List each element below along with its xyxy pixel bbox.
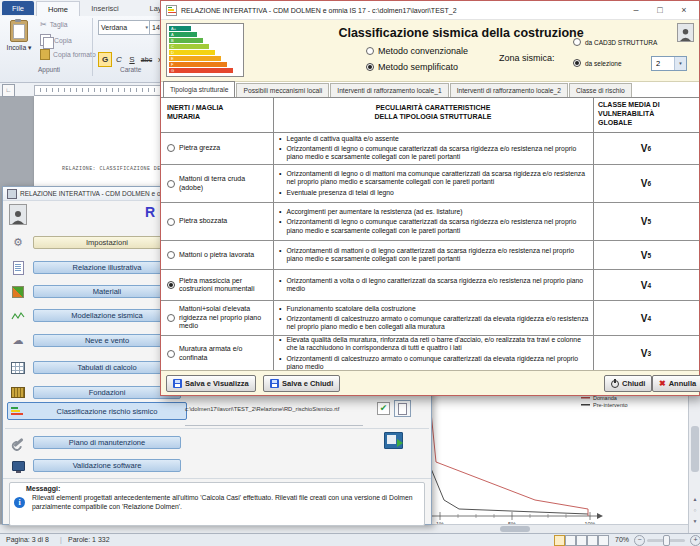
radio-mattoni-terra-cruda[interactable]: [167, 180, 175, 188]
horizontal-ruler[interactable]: [34, 85, 166, 96]
zoom-in-button[interactable]: +: [690, 535, 700, 546]
format-painter-button[interactable]: Copia formato: [40, 49, 96, 60]
bullet-item: Orizzontamenti di calcestruzzo armato o …: [279, 355, 589, 372]
bullet-item: Orizzontamenti di legno o comunque carat…: [279, 218, 589, 235]
bullet-item: Accorgimenti per aumentare la resistenza…: [279, 208, 589, 216]
tab-selector[interactable]: ∟: [2, 84, 15, 97]
browse-object-icon[interactable]: ○: [689, 507, 700, 513]
dialog-tab-bar: Tipologia strutturale Possibili meccanis…: [163, 81, 632, 97]
paste-dropdown-arrow[interactable]: ▾: [28, 44, 31, 51]
avatar: [677, 23, 694, 42]
sidebar-item-classificazione-rischio-sismico[interactable]: Classificazione rischio sismico: [7, 402, 187, 420]
zona-selezione-option[interactable]: da selezione: [573, 59, 622, 67]
dialog-titlebar[interactable]: RELAZIONE INTERATTIVA - CDM DOLMEN e omn…: [161, 1, 699, 20]
sidebar-item-neve-e-vento[interactable]: Neve e vento: [33, 334, 181, 347]
tipologia-label: Pietra sbozzata: [179, 217, 227, 226]
tab-file[interactable]: File: [2, 1, 34, 15]
radio-pietra-sbozzata[interactable]: [167, 218, 175, 226]
paste-button[interactable]: Incolla ▾: [4, 20, 34, 52]
sidebar-item-validazione-software[interactable]: Validazione software: [33, 459, 181, 472]
sidebar-item-modellazione-sismica[interactable]: Modellazione sismica: [33, 309, 181, 322]
energy-arrow-4: D: [169, 50, 215, 55]
sidebar-item-relazione-illustrativa[interactable]: Relazione illustrativa: [33, 261, 181, 274]
radio-icon[interactable]: [573, 59, 581, 67]
tipologia-label: Pietra massiccia per costruzioni monumen…: [179, 277, 270, 294]
tab-inserisci[interactable]: Inserisci: [80, 1, 130, 15]
minimize-button[interactable]: –: [627, 3, 645, 17]
table-row-mattoni-pietra-lavorata: Mattoni o pietra lavorata Orizzontamenti…: [161, 241, 699, 270]
energy-label-icon: [10, 405, 24, 418]
chevron-down-icon[interactable]: ▼: [674, 57, 686, 70]
vulnerability-class: V5: [593, 241, 699, 269]
window-heading-partial: R: [145, 204, 155, 220]
export-report-button[interactable]: [384, 432, 403, 449]
radio-mattoni-pietra-lavorata[interactable]: [167, 251, 175, 259]
series-domanda: [429, 392, 588, 516]
radio-icon[interactable]: [366, 47, 374, 55]
maximize-button[interactable]: □: [651, 3, 669, 17]
radio-icon[interactable]: [366, 63, 374, 71]
tab-tipologia-strutturale[interactable]: Tipologia strutturale: [163, 81, 235, 97]
strikethrough-button[interactable]: abc: [138, 52, 155, 67]
method-convenzionale-option[interactable]: Metodo convenzionale: [366, 46, 468, 56]
word-count[interactable]: Parole: 1 332: [68, 536, 110, 543]
view-draft-button[interactable]: [598, 535, 609, 546]
view-fullscreen-button[interactable]: [565, 535, 576, 546]
tipologia-table: INERTI / MAGLIA MURARIA PECULIARITÀ CARA…: [161, 97, 699, 370]
zoom-out-button[interactable]: −: [634, 535, 645, 546]
radio-pietra-grezza[interactable]: [167, 144, 175, 152]
divider: [3, 478, 431, 479]
close-button[interactable]: ×: [675, 3, 693, 17]
annulla-button[interactable]: ✖Annulla: [652, 375, 700, 392]
messages-panel: Messaggi: i Rilevati elementi progettati…: [9, 482, 425, 526]
view-web-layout-button[interactable]: [576, 535, 587, 546]
sidebar-item-materiali[interactable]: Materiali: [33, 285, 181, 298]
chiudi-button[interactable]: Chiudi: [604, 375, 652, 392]
radio-mattoni-solai[interactable]: [167, 314, 175, 322]
sidebar-item-tabulati-di-calcolo[interactable]: Tabulati di calcolo: [33, 361, 181, 374]
salva-e-visualizza-button[interactable]: Salva e Visualizza: [166, 375, 256, 392]
energy-arrow-6: F: [169, 62, 227, 67]
bold-button[interactable]: G: [98, 52, 112, 67]
zoom-level[interactable]: 70%: [615, 536, 629, 543]
view-outline-button[interactable]: [587, 535, 598, 546]
preview-report-button[interactable]: [394, 400, 411, 417]
view-print-layout-button[interactable]: [554, 535, 565, 546]
tab-interventi-locale-2[interactable]: Interventi di rafforzamento locale_2: [450, 83, 568, 97]
zona-cad3d-option[interactable]: da CAD3D STRUTTURA: [573, 38, 657, 46]
open-report-checkbox[interactable]: ✔: [377, 402, 390, 415]
font-name-select[interactable]: Verdana▼: [98, 20, 152, 35]
radio-muratura-armata[interactable]: [167, 350, 175, 358]
vertical-scrollbar-thumb[interactable]: [691, 426, 699, 472]
tab-classe-di-rischio[interactable]: Classe di rischio: [569, 83, 632, 97]
dialog-header: A+ A B C D E F G Classificazione sismica…: [161, 20, 699, 82]
table-row-pietra-massiccia: Pietra massiccia per costruzioni monumen…: [161, 270, 699, 301]
nav-row-piano: Piano di manutenzione: [9, 436, 181, 449]
clipboard-group-label: Appunti: [38, 66, 60, 73]
zona-value-select[interactable]: 2 ▼: [651, 56, 687, 71]
italic-button[interactable]: C: [112, 52, 126, 67]
horizontal-scrollbar-thumb[interactable]: [500, 526, 530, 532]
sidebar-item-piano-di-manutenzione[interactable]: Piano di manutenzione: [33, 436, 181, 449]
radio-pietra-massiccia[interactable]: [167, 281, 175, 289]
radio-icon[interactable]: [573, 38, 581, 46]
sidebar-item-impostazioni[interactable]: Impostazioni: [33, 236, 181, 249]
salva-e-chiudi-button[interactable]: Salva e Chiudi: [263, 375, 340, 392]
page-count[interactable]: Pagina: 3 di 8: [6, 536, 49, 543]
browse-prev-icon[interactable]: ▲: [689, 496, 700, 502]
avatar: [9, 204, 27, 225]
energy-arrow-2: B: [169, 38, 203, 43]
tab-possibili-meccanismi[interactable]: Possibili meccanismi locali: [236, 83, 329, 97]
tab-interventi-locale-1[interactable]: Interventi di rafforzamento locale_1: [330, 83, 448, 97]
sidebar-item-fondazioni[interactable]: Fondazioni: [33, 386, 181, 399]
bullet-item: Orizzontamenti di legno o di mattoni ma …: [279, 170, 589, 187]
tab-home[interactable]: Home: [36, 1, 80, 16]
underline-button[interactable]: S: [125, 52, 139, 67]
cut-button[interactable]: ✂Taglia: [40, 20, 67, 29]
browse-next-icon[interactable]: ▼: [689, 518, 700, 524]
nav-row-neve: ☁ Neve e vento: [9, 334, 181, 347]
copy-button[interactable]: Copia: [40, 34, 72, 46]
zoom-slider-thumb[interactable]: [663, 535, 670, 546]
cloud-icon: ☁: [9, 334, 27, 347]
method-semplificato-option[interactable]: Metodo semplificato: [366, 62, 458, 72]
